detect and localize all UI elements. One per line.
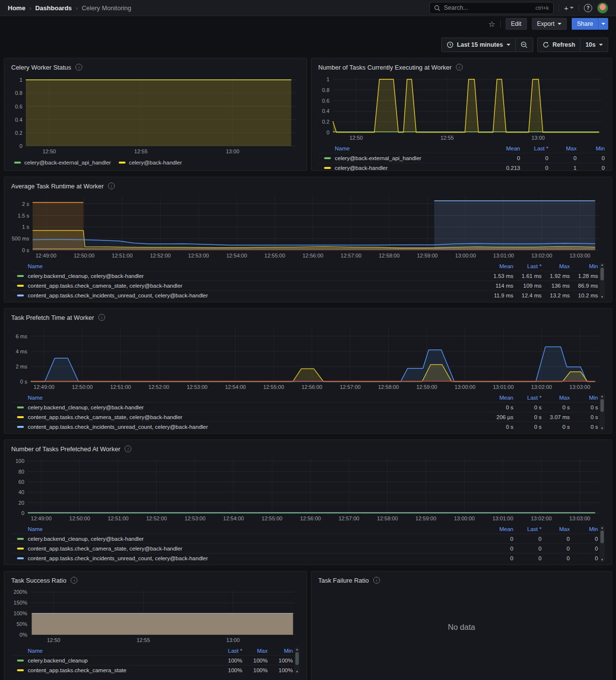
scroll-up-icon[interactable]: ▲ (601, 394, 604, 398)
tasks-prefetched-chart[interactable]: 12:49:0012:50:0012:51:0012:52:0012:53:00… (11, 455, 606, 524)
info-icon[interactable]: i (125, 445, 131, 452)
panel-title[interactable]: Task Prefetch Time at Worker (11, 314, 94, 321)
legend-scrollbar[interactable]: ▲▼ (599, 263, 605, 299)
breadcrumb-dashboards[interactable]: Dashboards (35, 4, 72, 12)
legend-row[interactable]: celery@back-external_api_handler0000 (318, 153, 605, 163)
legend-column-stat[interactable]: Last * (513, 263, 542, 269)
scrollbar-thumb[interactable] (600, 268, 604, 280)
legend-column-stat[interactable]: Max (548, 146, 577, 151)
legend-item[interactable]: celery@back-external_api_handler (14, 160, 111, 165)
legend-column-stat[interactable]: Mean (485, 526, 513, 532)
legend-row[interactable]: content_app.tasks.check_camera_state, ce… (11, 412, 598, 422)
legend-item[interactable]: celery@back-handler (119, 160, 182, 165)
help-icon[interactable]: ? (584, 4, 592, 12)
series-stat-value: 1 (548, 165, 577, 171)
panel-title[interactable]: Number of Tasks Prefetched At Worker (11, 445, 120, 453)
scroll-up-icon[interactable]: ▲ (601, 526, 604, 530)
scroll-down-icon[interactable]: ▼ (601, 426, 604, 430)
legend-column-name[interactable]: Name (11, 263, 485, 269)
legend-row[interactable]: celery@back-handler0.213010 (318, 163, 605, 172)
info-icon[interactable]: i (75, 64, 82, 71)
tasks-executing-chart[interactable]: 12:5012:5513:0000.20.40.60.81 (318, 73, 606, 143)
legend-column-name[interactable]: Name (11, 395, 485, 401)
legend-column-stat[interactable]: Mean (485, 395, 513, 401)
series-stat-value: 0 (513, 536, 542, 542)
scroll-up-icon[interactable]: ▲ (296, 647, 299, 651)
legend-scrollbar[interactable]: ▲▼ (294, 647, 300, 674)
legend-row[interactable]: content_app.tasks.check_camera_state, ce… (11, 280, 598, 290)
add-new-button[interactable]: + (564, 4, 574, 12)
legend-row[interactable]: celery.backend_cleanup, celery@back-hand… (11, 271, 598, 280)
scroll-down-icon[interactable]: ▼ (296, 670, 299, 674)
series-color-swatch (324, 157, 331, 159)
legend-row[interactable]: content_app.tasks.check_camera_state100%… (11, 665, 293, 675)
legend-column-stat[interactable]: Mean (492, 146, 520, 151)
info-icon[interactable]: i (108, 183, 115, 189)
legend-column-stat[interactable]: Max (542, 526, 570, 532)
legend-row[interactable]: content_app.tasks.check_incidents_unread… (11, 553, 598, 563)
series-stat-value: 12.4 ms (513, 293, 542, 298)
panel-title[interactable]: Task Failure Ratio (318, 577, 369, 584)
avg-task-runtime-chart[interactable]: 12:49:0012:50:0012:51:0012:52:0012:53:00… (11, 192, 606, 261)
legend-column-name[interactable]: Name (11, 526, 485, 532)
legend-column-stat[interactable]: Max (542, 263, 570, 269)
legend-column-stat[interactable]: Last * (513, 395, 542, 401)
panel-title[interactable]: Average Task Runtime at Worker (11, 183, 104, 190)
legend-column-stat[interactable]: Min (570, 395, 598, 401)
panel-title[interactable]: Celery Worker Status (11, 64, 71, 71)
task-success-ratio-chart[interactable]: 12:5012:5513:000%50%100%150%200% (11, 586, 301, 645)
legend-column-stat[interactable]: Last * (520, 146, 548, 151)
legend-column-stat[interactable]: Min (570, 526, 598, 532)
legend-column-stat[interactable]: Last * (217, 648, 242, 654)
refresh-button[interactable]: Refresh (538, 38, 580, 52)
legend-column-name[interactable]: Name (318, 146, 492, 151)
user-avatar[interactable] (597, 2, 608, 14)
series-stat-value: 114 ms (485, 283, 513, 289)
export-button[interactable]: Export (532, 18, 567, 30)
legend-column-name[interactable]: Name (11, 648, 217, 654)
series-label: celery.backend_cleanup (28, 658, 88, 663)
legend-row[interactable]: content_app.tasks.check_camera_state, ce… (11, 543, 598, 553)
legend-column-stat[interactable]: Min (268, 648, 293, 654)
share-button[interactable]: Share (572, 18, 598, 30)
info-icon[interactable]: i (98, 314, 105, 321)
scroll-down-icon[interactable]: ▼ (601, 295, 604, 299)
legend-column-stat[interactable]: Min (577, 146, 605, 151)
legend-row[interactable]: content_app.tasks.check_incidents_unread… (11, 290, 598, 300)
scrollbar-thumb[interactable] (600, 531, 604, 543)
legend-column-stat[interactable]: Last * (513, 526, 542, 532)
share-options-button[interactable] (598, 18, 608, 30)
legend-column-stat[interactable]: Max (542, 395, 570, 401)
legend-row[interactable]: celery.backend_cleanup, celery@back-hand… (11, 533, 598, 543)
info-icon[interactable]: i (456, 64, 463, 71)
legend-scrollbar[interactable]: ▲▼ (599, 526, 605, 562)
search-input[interactable]: Search... ctrl+k (429, 2, 554, 14)
breadcrumb-home[interactable]: Home (8, 4, 25, 12)
panel-title[interactable]: Number of Tasks Currently Executing at W… (318, 64, 452, 71)
time-range-picker[interactable]: Last 15 minutes (442, 38, 515, 52)
info-icon[interactable]: i (71, 577, 77, 584)
worker-status-chart[interactable]: 12:5012:5513:0000.20.40.60.81 (11, 73, 301, 157)
svg-text:60: 60 (18, 479, 24, 485)
task-prefetch-time-chart[interactable]: 12:49:0012:50:0012:51:0012:52:0012:53:00… (11, 323, 606, 392)
legend-column-stat[interactable]: Max (242, 648, 268, 654)
legend-column-stat[interactable]: Mean (485, 263, 513, 269)
scrollbar-thumb[interactable] (600, 399, 604, 412)
star-favorite-icon[interactable]: ☆ (489, 19, 495, 29)
svg-text:13:00:00: 13:00:00 (454, 515, 475, 521)
legend-row[interactable]: celery.backend_cleanup, celery@back-hand… (11, 402, 598, 412)
scrollbar-thumb[interactable] (295, 652, 299, 665)
series-stat-value: 0 s (485, 424, 513, 430)
zoom-out-button[interactable] (515, 38, 533, 52)
legend-row[interactable]: celery.backend_cleanup100%100%100% (11, 655, 293, 665)
legend-scrollbar[interactable]: ▲▼ (599, 394, 605, 430)
legend-column-stat[interactable]: Min (570, 263, 598, 269)
scroll-down-icon[interactable]: ▼ (601, 558, 604, 562)
panel-title[interactable]: Task Success Ratio (11, 577, 66, 584)
edit-button[interactable]: Edit (506, 18, 527, 30)
scroll-up-icon[interactable]: ▲ (601, 263, 604, 267)
refresh-interval-picker[interactable]: 10s (580, 38, 608, 52)
info-icon[interactable]: i (373, 577, 380, 584)
legend-row[interactable]: content_app.tasks.check_incidents_unread… (11, 422, 598, 431)
series-stat-value: 0 (520, 155, 548, 161)
